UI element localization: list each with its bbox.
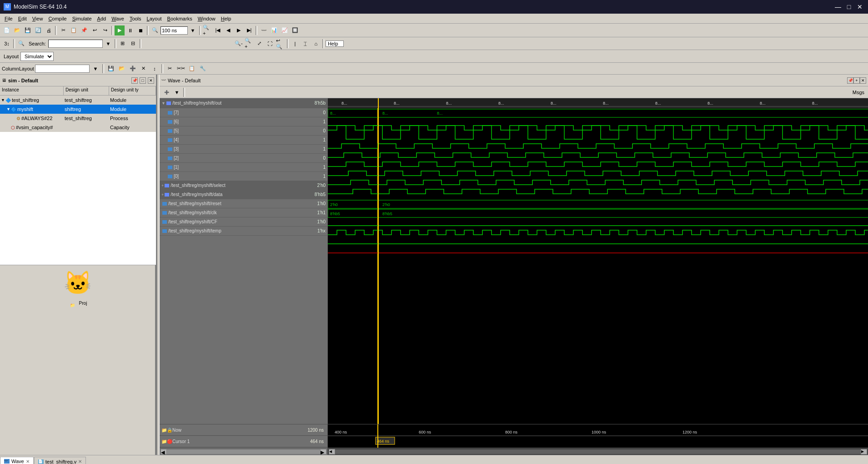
menu-compile[interactable]: Compile bbox=[45, 15, 69, 22]
minimize-button[interactable]: — bbox=[833, 2, 843, 11]
menu-simulate[interactable]: Simulate bbox=[70, 15, 95, 22]
close-button[interactable]: ✕ bbox=[855, 2, 864, 11]
tb-break[interactable]: ⏸ bbox=[125, 25, 135, 35]
expand-out[interactable]: ▼ bbox=[161, 101, 166, 106]
signal-row-clk[interactable]: /test_shiftreg/myshift/clk 1'h1 bbox=[160, 208, 327, 217]
tb-run[interactable]: ▶ bbox=[115, 25, 125, 35]
col-add[interactable]: ➕ bbox=[128, 64, 138, 74]
tb-find[interactable]: 🔍 bbox=[150, 25, 160, 35]
tb-wave3[interactable]: 📈 bbox=[280, 25, 290, 35]
wave-max-btn[interactable]: + bbox=[853, 77, 860, 84]
tb-sim3[interactable]: ▶ bbox=[234, 25, 244, 35]
tab-test-shiftreg[interactable]: 📄 test_shiftreg.v ✕ bbox=[34, 457, 86, 464]
signal-row-7[interactable]: [7] 0 bbox=[160, 108, 327, 117]
tb-time-down[interactable]: ▼ bbox=[188, 25, 198, 35]
tb-refresh[interactable]: 🔄 bbox=[33, 25, 43, 35]
signal-hscrollbar[interactable]: ◀ ▶ bbox=[160, 448, 328, 455]
tb2-cursor3[interactable]: ⌂ bbox=[311, 39, 321, 49]
col-edit2[interactable]: ✂✂ bbox=[176, 64, 186, 74]
tb-sim4[interactable]: ▶| bbox=[244, 25, 254, 35]
col-move[interactable]: ↕ bbox=[150, 64, 160, 74]
expand-data[interactable]: + bbox=[161, 192, 164, 197]
col-edit3[interactable]: 📋 bbox=[187, 64, 197, 74]
wave-tb-cursor[interactable]: ▼ bbox=[172, 87, 182, 97]
tab-wave-close[interactable]: ✕ bbox=[26, 459, 30, 464]
tb2-search-btn[interactable]: 🔍 bbox=[16, 39, 26, 49]
signal-row-data[interactable]: + /test_shiftreg/myshift/data 8'hb5 bbox=[160, 190, 327, 199]
tree-row-test-shiftreg[interactable]: ▼ 🔷 test_shiftreg test_shiftreg Module bbox=[0, 96, 156, 105]
tb2-1[interactable]: 3↕ bbox=[2, 39, 12, 49]
tb-open[interactable]: 📂 bbox=[12, 25, 22, 35]
tb2-filter2[interactable]: ⊟ bbox=[128, 39, 138, 49]
tb-cut[interactable]: ✂ bbox=[58, 25, 68, 35]
menu-wave[interactable]: Wave bbox=[109, 15, 127, 22]
tb2-cursor1[interactable]: | bbox=[290, 39, 300, 49]
tree-row-myshift[interactable]: ▼ 🔷 myshift shiftreg Module bbox=[0, 105, 156, 114]
tb-copy[interactable]: 📋 bbox=[69, 25, 79, 35]
signal-row-1[interactable]: [1] 1 bbox=[160, 163, 327, 172]
col-load[interactable]: 📂 bbox=[117, 64, 127, 74]
wave-scroll-right-btn[interactable]: ▶ bbox=[861, 449, 867, 454]
expand-select[interactable]: + bbox=[161, 183, 164, 188]
tb-zoom-in[interactable]: 🔍+ bbox=[202, 25, 212, 35]
menu-layout[interactable]: Layout bbox=[144, 15, 165, 22]
tb2-zoom-in2[interactable]: 🔍+ bbox=[244, 39, 254, 49]
menu-bookmarks[interactable]: Bookmarks bbox=[165, 15, 195, 22]
maximize-button[interactable]: □ bbox=[844, 2, 853, 11]
menu-view[interactable]: View bbox=[30, 15, 46, 22]
wave-scroll-track[interactable] bbox=[335, 449, 861, 454]
help-btn[interactable]: Help bbox=[326, 40, 344, 47]
signal-row-0[interactable]: [0] 1 bbox=[160, 172, 327, 181]
signal-body[interactable]: ▼ /test_shiftreg/myshift/out 8'h5b bbox=[160, 98, 327, 424]
tb-print[interactable]: 🖨 bbox=[44, 25, 54, 35]
menu-add[interactable]: Add bbox=[95, 15, 109, 22]
signal-row-reset[interactable]: /test_shiftreg/myshift/reset 1'h0 bbox=[160, 199, 327, 208]
tab-file-close[interactable]: ✕ bbox=[78, 459, 82, 464]
tree-row-always22[interactable]: ⚙ #ALWAYS#22 test_shiftreg Process bbox=[0, 114, 156, 123]
menu-tools[interactable]: Tools bbox=[127, 15, 144, 22]
sim-tree-body[interactable]: ▼ 🔷 test_shiftreg test_shiftreg Module ▼… bbox=[0, 96, 156, 265]
search-input[interactable] bbox=[48, 40, 103, 48]
tb-wave4[interactable]: 🔲 bbox=[290, 25, 300, 35]
signal-row-out[interactable]: ▼ /test_shiftreg/myshift/out 8'h5b bbox=[160, 98, 327, 108]
col-del[interactable]: ✕ bbox=[139, 64, 149, 74]
signal-row-select[interactable]: + /test_shiftreg/myshift/select 2'h0 bbox=[160, 181, 327, 190]
tab-wave[interactable]: 〰 Wave ✕ bbox=[0, 457, 34, 464]
col-edit4[interactable]: 🔧 bbox=[198, 64, 208, 74]
menu-edit[interactable]: Edit bbox=[15, 15, 30, 22]
tb-sim1[interactable]: |◀ bbox=[213, 25, 223, 35]
wave-pin-btn[interactable]: 📌 bbox=[847, 77, 853, 84]
tb-new[interactable]: 📄 bbox=[2, 25, 12, 35]
wave-display[interactable]: 8... 8... 8... 8... 8... 8... 8... 8... … bbox=[328, 98, 868, 424]
layout-select[interactable]: Simulate Debug Default bbox=[20, 52, 54, 61]
tb-undo[interactable]: ↩ bbox=[90, 25, 100, 35]
signal-row-3[interactable]: [3] 1 bbox=[160, 145, 327, 154]
signal-row-4[interactable]: [4] 1 bbox=[160, 136, 327, 145]
tb-wave1[interactable]: 〰 bbox=[259, 25, 269, 35]
tb-paste[interactable]: 📌 bbox=[79, 25, 89, 35]
tb-save[interactable]: 💾 bbox=[23, 25, 33, 35]
wave-scroll-left-btn[interactable]: ◀ bbox=[329, 449, 335, 454]
sim-time-input[interactable] bbox=[161, 26, 188, 35]
tree-row-vsim-capacity[interactable]: ⬡ #vsim_capacity# Capacity bbox=[0, 123, 156, 132]
sim-close-btn[interactable]: ✕ bbox=[148, 77, 154, 84]
col-edit1[interactable]: ✂ bbox=[165, 64, 175, 74]
signal-row-temp[interactable]: /test_shiftreg/myshift/temp 1'hx bbox=[160, 227, 327, 236]
scroll-left-btn[interactable]: ◀ bbox=[161, 449, 167, 454]
scroll-right-btn[interactable]: ▶ bbox=[320, 449, 326, 454]
col-layout-dropdown[interactable]: ▼ bbox=[90, 64, 100, 74]
tb2-zoom-fit[interactable]: ⤢ bbox=[255, 39, 265, 49]
proj-btn[interactable]: 📁 bbox=[68, 301, 77, 310]
tb2-search-go[interactable]: ▼ bbox=[103, 39, 113, 49]
wave-close-btn[interactable]: ✕ bbox=[860, 77, 866, 84]
tb-redo[interactable]: ↪ bbox=[100, 25, 110, 35]
menu-file[interactable]: File bbox=[2, 15, 15, 22]
signal-row-2[interactable]: [2] 0 bbox=[160, 154, 327, 163]
tb2-zoom-out[interactable]: 🔍- bbox=[234, 39, 244, 49]
tb2-zoom-prev[interactable]: ↩🔍 bbox=[276, 39, 286, 49]
col-save[interactable]: 💾 bbox=[106, 64, 116, 74]
expand-myshift[interactable]: ▼ bbox=[6, 107, 11, 111]
scroll-track-left[interactable] bbox=[167, 449, 320, 454]
tb-stop[interactable]: ⏹ bbox=[135, 25, 146, 35]
menu-help[interactable]: Help bbox=[218, 15, 234, 22]
